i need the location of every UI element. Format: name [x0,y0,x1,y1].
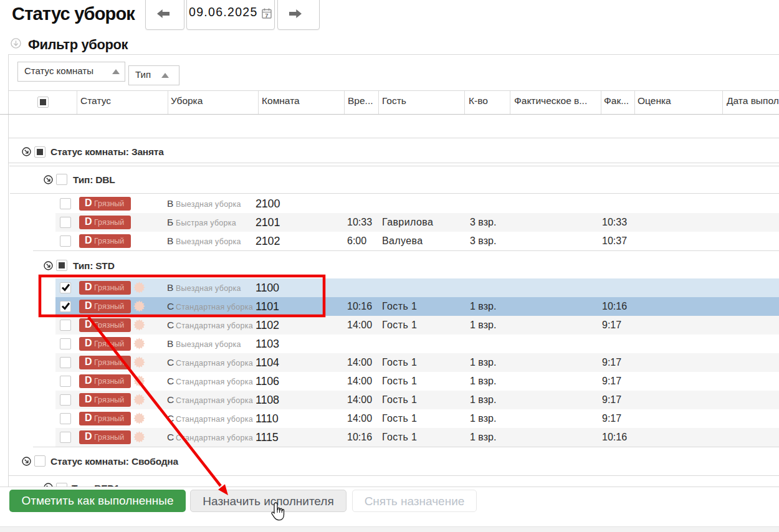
svg-text:7: 7 [265,12,268,19]
